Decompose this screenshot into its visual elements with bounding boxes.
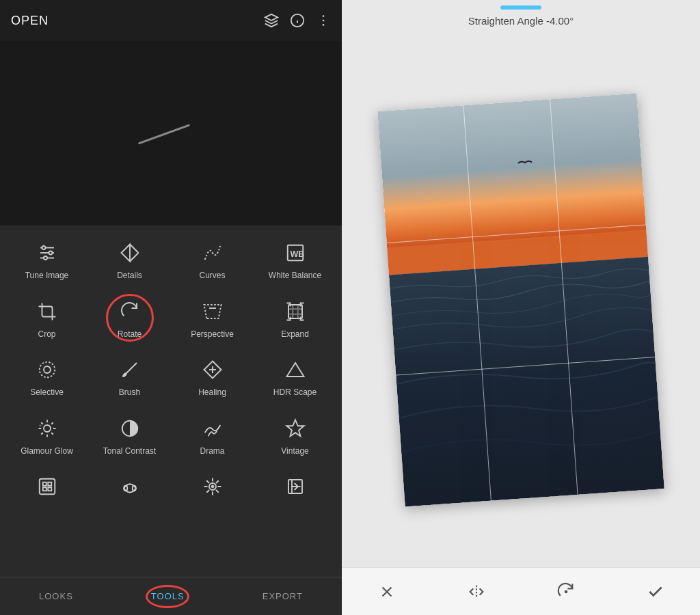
svg-marker-0: [265, 14, 278, 20]
svg-point-4: [323, 15, 325, 17]
nav-export[interactable]: EXPORT: [252, 586, 314, 607]
svg-marker-13: [121, 245, 130, 262]
tune-image-label: Tune Image: [25, 271, 69, 282]
tool-selective[interactable]: Selective: [13, 356, 81, 398]
angle-indicator: Straighten Angle -4.00°: [342, 0, 700, 32]
tonal-contrast-label: Tonal Contrast: [103, 446, 156, 457]
tool-expand[interactable]: Expand: [261, 298, 329, 340]
photobook-icon: [282, 473, 309, 500]
glamour-glow-label: Glamour Glow: [21, 446, 73, 457]
svg-point-10: [42, 246, 45, 249]
svg-rect-37: [39, 479, 55, 495]
preview-line: [138, 124, 190, 144]
svg-point-5: [323, 20, 325, 22]
layers-icon[interactable]: [264, 13, 279, 28]
tools-row-3: Selective Brush: [0, 348, 342, 407]
crop-label: Crop: [38, 329, 55, 340]
healing-icon: [199, 356, 226, 383]
expand-icon: [282, 298, 309, 325]
svg-marker-36: [286, 420, 304, 436]
white-balance-icon: WB: [282, 239, 309, 266]
svg-point-11: [49, 251, 52, 255]
tools-row-2: Crop Rotate Per: [0, 290, 342, 348]
tool-hdr-scape[interactable]: HDR Scape: [261, 356, 329, 398]
flip-button[interactable]: [459, 575, 494, 609]
angle-slider[interactable]: [500, 5, 541, 10]
svg-point-6: [323, 24, 325, 26]
curves-label: Curves: [199, 271, 225, 282]
svg-rect-19: [288, 305, 302, 318]
cancel-button[interactable]: [370, 575, 404, 609]
right-panel: Straighten Angle -4.00°: [342, 0, 700, 615]
bottom-nav: LOOKS TOOLS EXPORT: [0, 577, 342, 615]
tool-white-balance[interactable]: WB White Balance: [261, 239, 329, 282]
tool-perspective[interactable]: Perspective: [178, 298, 247, 340]
confirm-button[interactable]: [638, 575, 673, 609]
svg-text:WB: WB: [290, 249, 304, 259]
brush-icon: [116, 356, 144, 383]
tool-details[interactable]: Details: [96, 239, 164, 282]
glamour-glow-icon: [33, 415, 61, 442]
tool-creative[interactable]: [178, 473, 247, 504]
svg-rect-50: [389, 256, 664, 506]
healing-label: Healing: [198, 387, 226, 398]
image-preview: [0, 41, 342, 226]
face-icon: [116, 473, 144, 500]
tool-healing[interactable]: Healing: [178, 356, 247, 398]
tool-crop[interactable]: Crop: [13, 298, 81, 340]
perspective-icon: [199, 298, 226, 325]
svg-point-20: [44, 366, 51, 373]
nav-tools[interactable]: TOOLS: [140, 586, 196, 607]
tool-photobook[interactable]: [261, 473, 329, 504]
details-icon: [116, 239, 144, 266]
curves-icon: [199, 239, 226, 266]
svg-point-21: [39, 362, 55, 378]
svg-line-15: [130, 253, 139, 262]
image-area: [342, 32, 700, 567]
app-title: OPEN: [11, 14, 49, 28]
nav-looks[interactable]: LOOKS: [28, 586, 84, 607]
tool-curves[interactable]: Curves: [178, 239, 247, 282]
rotate-reset-button[interactable]: [549, 575, 583, 609]
tool-vintage[interactable]: Vintage: [261, 415, 329, 457]
hdr-scape-label: HDR Scape: [273, 387, 317, 398]
tool-grunge[interactable]: [13, 473, 81, 504]
tool-tonal-contrast[interactable]: Tonal Contrast: [96, 415, 164, 457]
drama-icon: [199, 415, 226, 442]
vintage-label: Vintage: [281, 446, 308, 457]
tools-row-1: Tune Image Details Curve: [0, 231, 342, 290]
image-container: [377, 85, 664, 515]
preview-content: [130, 106, 212, 161]
svg-line-31: [51, 433, 53, 435]
info-icon[interactable]: [290, 13, 305, 28]
svg-point-12: [44, 256, 47, 260]
svg-line-30: [41, 422, 43, 424]
tools-row-4: Glamour Glow Tonal Contrast: [0, 407, 342, 465]
tool-rotate[interactable]: Rotate: [96, 298, 164, 340]
creative-icon: [199, 473, 226, 500]
svg-rect-39: [48, 482, 51, 486]
tools-grid: Tune Image Details Curve: [0, 226, 342, 577]
more-vert-icon[interactable]: [316, 13, 331, 28]
svg-point-58: [564, 590, 567, 593]
rotate-icon: [116, 298, 144, 325]
tool-glamour-glow[interactable]: Glamour Glow: [13, 415, 81, 457]
tool-tune-image[interactable]: Tune Image: [13, 239, 81, 282]
left-panel: OPEN: [0, 0, 342, 615]
tool-face[interactable]: [96, 473, 164, 504]
tune-image-icon: [33, 239, 61, 266]
tonal-contrast-icon: [116, 415, 144, 442]
tool-brush[interactable]: Brush: [96, 356, 164, 398]
rotate-label: Rotate: [118, 329, 142, 340]
rotated-image: [377, 93, 664, 506]
drama-label: Drama: [200, 446, 224, 457]
tool-drama[interactable]: Drama: [178, 415, 247, 457]
svg-line-14: [130, 245, 139, 254]
brush-label: Brush: [119, 387, 140, 398]
svg-line-34: [39, 425, 41, 426]
selective-icon: [33, 356, 61, 383]
perspective-label: Perspective: [191, 329, 234, 340]
expand-label: Expand: [281, 329, 309, 340]
vintage-icon: [282, 415, 309, 442]
svg-point-25: [44, 425, 51, 432]
